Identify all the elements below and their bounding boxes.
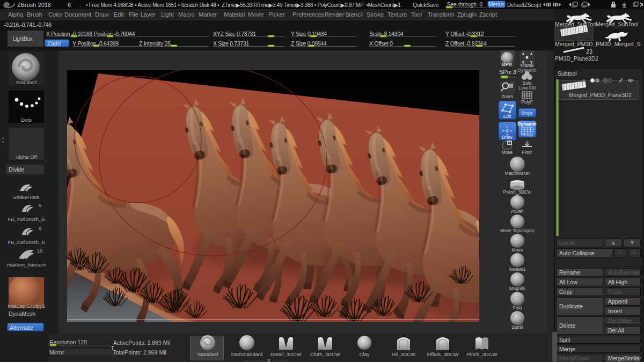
svg-text:Edit: Edit: [503, 114, 511, 119]
svg-text:23: 23: [586, 48, 592, 55]
svg-text:Polish_3DCW: Polish_3DCW: [503, 189, 532, 195]
svg-text:Zoom: Zoom: [501, 94, 513, 99]
svg-text:Polish: Polish: [511, 209, 523, 214]
svg-text:Spiral: Spiral: [511, 324, 523, 330]
svg-text:PolyF: PolyF: [521, 99, 533, 105]
svg-text:Move: Move: [512, 247, 523, 253]
svg-text:Floor: Floor: [522, 150, 532, 155]
svg-text:Move: Move: [502, 150, 513, 155]
svg-text:Magnify: Magnify: [509, 286, 526, 291]
svg-text:Move Topologica: Move Topologica: [500, 228, 535, 233]
svg-text:BPR: BPR: [502, 62, 513, 67]
svg-text:MatchMaker: MatchMaker: [505, 171, 530, 176]
svg-text:SPix 3: SPix 3: [499, 69, 516, 75]
svg-text:⟳xyz: ⟳xyz: [521, 110, 533, 116]
svg-text:Fold: Fold: [513, 305, 522, 311]
svg-text:Draw: Draw: [502, 135, 513, 140]
svg-text:Weave1: Weave1: [509, 267, 525, 272]
svg-text:Persp: Persp: [521, 132, 533, 137]
svg-text:Dynamic: Dynamic: [517, 121, 537, 127]
svg-text:Line Fill: Line Fill: [518, 85, 536, 91]
svg-text:M: M: [508, 141, 511, 145]
